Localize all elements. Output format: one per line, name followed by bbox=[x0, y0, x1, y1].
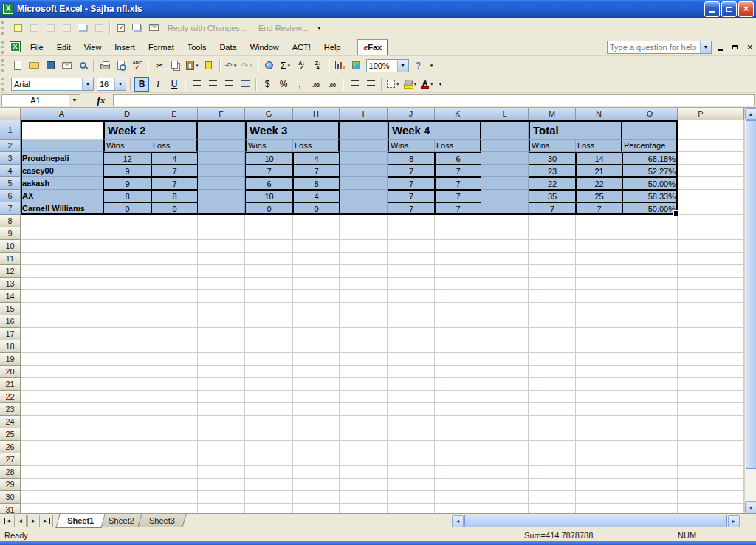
cell-P7[interactable] bbox=[678, 202, 724, 215]
cell-G25[interactable] bbox=[245, 428, 293, 441]
cell-L25[interactable] bbox=[481, 428, 529, 441]
cell-L21[interactable] bbox=[481, 378, 529, 391]
help-question-box[interactable]: ▼ bbox=[607, 41, 712, 54]
cell-filler[interactable] bbox=[724, 441, 744, 453]
redo-icon[interactable]: ↷▾ bbox=[240, 58, 255, 73]
row-header-26[interactable]: 26 bbox=[0, 441, 21, 453]
cell-J26[interactable] bbox=[388, 441, 435, 453]
cell-K16[interactable] bbox=[435, 315, 481, 328]
cell-D22[interactable] bbox=[103, 391, 151, 403]
cell-E18[interactable] bbox=[151, 340, 198, 353]
cell-filler[interactable] bbox=[724, 278, 744, 290]
cell-D6[interactable]: 8 bbox=[103, 190, 151, 202]
row-header-9[interactable]: 9 bbox=[0, 227, 21, 240]
cell-M13[interactable] bbox=[529, 278, 576, 290]
cell-J17[interactable] bbox=[388, 328, 435, 340]
chevron-down-icon[interactable]: ▼ bbox=[114, 78, 126, 90]
cell-G1[interactable]: Week 3 bbox=[245, 120, 340, 140]
show-comments-icon[interactable] bbox=[75, 21, 90, 35]
cell-J14[interactable] bbox=[388, 290, 435, 303]
cell-D10[interactable] bbox=[103, 240, 151, 253]
cell-F14[interactable] bbox=[198, 290, 245, 303]
menu-insert[interactable]: Insert bbox=[109, 41, 141, 53]
cell-M21[interactable] bbox=[529, 378, 576, 391]
cell-L1[interactable] bbox=[481, 120, 529, 140]
cell-O3[interactable]: 68.18% bbox=[622, 152, 678, 165]
cell-filler[interactable] bbox=[724, 416, 744, 428]
cell-F23[interactable] bbox=[198, 403, 245, 416]
column-header-F[interactable]: F bbox=[198, 108, 245, 120]
cell-I29[interactable] bbox=[340, 479, 388, 491]
cell-I4[interactable] bbox=[340, 165, 388, 177]
cell-A24[interactable] bbox=[21, 416, 103, 428]
cell-N23[interactable] bbox=[576, 403, 622, 416]
cell-H22[interactable] bbox=[293, 391, 340, 403]
format-painter-icon[interactable] bbox=[202, 58, 216, 73]
scroll-up-icon[interactable]: ▲ bbox=[745, 108, 756, 120]
cell-M23[interactable] bbox=[529, 403, 576, 416]
cell-A1[interactable] bbox=[21, 120, 103, 140]
email-icon[interactable] bbox=[59, 58, 74, 73]
cell-D7[interactable]: 0 bbox=[103, 202, 151, 215]
column-header-O[interactable]: O bbox=[622, 108, 678, 120]
chevron-down-icon[interactable]: ▼ bbox=[397, 60, 408, 72]
cell-D25[interactable] bbox=[103, 428, 151, 441]
column-header-H[interactable]: H bbox=[293, 108, 340, 120]
cell-K23[interactable] bbox=[435, 403, 481, 416]
cell-I17[interactable] bbox=[340, 328, 388, 340]
help-question-input[interactable] bbox=[608, 43, 700, 52]
cell-N25[interactable] bbox=[576, 428, 622, 441]
cell-filler[interactable] bbox=[724, 140, 744, 152]
row-header-22[interactable]: 22 bbox=[0, 391, 21, 403]
zoom-combo[interactable]: 100%▼ bbox=[366, 59, 409, 72]
cell-H12[interactable] bbox=[293, 265, 340, 278]
row-header-6[interactable]: 6 bbox=[0, 190, 21, 202]
cell-G15[interactable] bbox=[245, 303, 293, 315]
fill-color-icon[interactable]: ▾ bbox=[402, 77, 419, 92]
row-header-13[interactable]: 13 bbox=[0, 278, 21, 290]
row-header-14[interactable]: 14 bbox=[0, 290, 21, 303]
cell-E10[interactable] bbox=[151, 240, 198, 253]
cell-M27[interactable] bbox=[529, 453, 576, 466]
cell-D26[interactable] bbox=[103, 441, 151, 453]
cell-I24[interactable] bbox=[340, 416, 388, 428]
cell-G27[interactable] bbox=[245, 453, 293, 466]
cell-E19[interactable] bbox=[151, 353, 198, 366]
cell-J24[interactable] bbox=[388, 416, 435, 428]
cell-I8[interactable] bbox=[340, 215, 388, 227]
cell-K7[interactable]: 7 bbox=[435, 202, 481, 215]
cell-filler[interactable] bbox=[724, 353, 744, 366]
cell-K24[interactable] bbox=[435, 416, 481, 428]
cell-N28[interactable] bbox=[576, 466, 622, 479]
edit-comment-icon[interactable] bbox=[27, 21, 41, 35]
cell-A29[interactable] bbox=[21, 479, 103, 491]
cell-A15[interactable] bbox=[21, 303, 103, 315]
cell-O18[interactable] bbox=[622, 340, 678, 353]
cell-A16[interactable] bbox=[21, 315, 103, 328]
cell-I2[interactable] bbox=[340, 140, 388, 152]
cell-L16[interactable] bbox=[481, 315, 529, 328]
cell-H16[interactable] bbox=[293, 315, 340, 328]
cell-J15[interactable] bbox=[388, 303, 435, 315]
cell-G7[interactable]: 0 bbox=[245, 202, 293, 215]
cell-F26[interactable] bbox=[198, 441, 245, 453]
cell-L3[interactable] bbox=[481, 152, 529, 165]
row-header-11[interactable]: 11 bbox=[0, 253, 21, 265]
cell-P25[interactable] bbox=[678, 428, 724, 441]
cell-P27[interactable] bbox=[678, 453, 724, 466]
column-header-J[interactable]: J bbox=[388, 108, 435, 120]
cell-G29[interactable] bbox=[245, 479, 293, 491]
cell-filler[interactable] bbox=[724, 165, 744, 177]
cell-N6[interactable]: 25 bbox=[576, 190, 622, 202]
cell-K29[interactable] bbox=[435, 479, 481, 491]
cell-G22[interactable] bbox=[245, 391, 293, 403]
scroll-down-icon[interactable]: ▼ bbox=[745, 501, 756, 513]
cell-F2[interactable] bbox=[198, 140, 245, 152]
cell-L23[interactable] bbox=[481, 403, 529, 416]
cell-L10[interactable] bbox=[481, 240, 529, 253]
cell-K25[interactable] bbox=[435, 428, 481, 441]
font-color-icon[interactable]: ▾ bbox=[419, 77, 435, 92]
cell-P30[interactable] bbox=[678, 491, 724, 504]
cell-O1[interactable] bbox=[622, 120, 678, 140]
cell-E23[interactable] bbox=[151, 403, 198, 416]
